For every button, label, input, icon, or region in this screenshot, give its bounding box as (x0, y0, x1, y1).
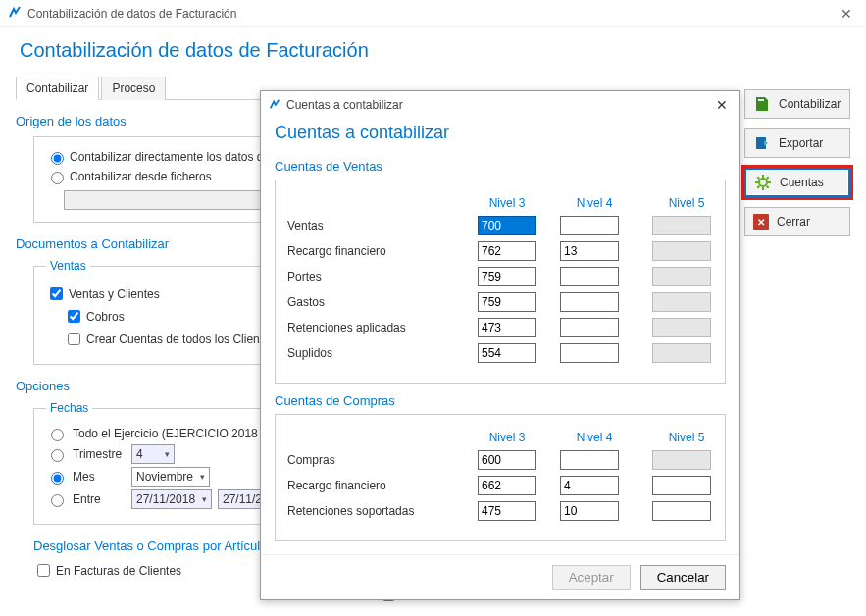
gear-icon (754, 174, 772, 191)
ventas-n5-input (652, 216, 711, 235)
compras-row: Compras (287, 450, 713, 470)
ventas-n5-input (652, 343, 711, 363)
ventas-n3-input[interactable] (478, 318, 536, 337)
side-btn-exportar-label: Exportar (779, 136, 823, 150)
compras-n4-input[interactable] (560, 476, 619, 495)
grid-ventas: Nivel 3 Nivel 4 Nivel 5 VentasRecargo fi… (275, 180, 726, 384)
check-ventas-clientes[interactable] (50, 287, 63, 300)
radio-mes[interactable] (51, 472, 64, 485)
window-title: Contabilización de datos de Facturación (27, 7, 835, 21)
close-icon: ✕ (753, 214, 769, 230)
tab-proceso[interactable]: Proceso (101, 77, 166, 100)
modal-close-icon[interactable]: ✕ (712, 97, 732, 113)
side-btn-exportar[interactable]: Exportar (744, 128, 850, 158)
radio-trimestre[interactable] (51, 449, 64, 462)
book-icon (753, 95, 771, 113)
select-mes-value: Noviembre (136, 470, 193, 484)
compras-n3-input[interactable] (478, 450, 536, 470)
radio-mes-label: Mes (73, 470, 126, 484)
modal-footer: Aceptar Cancelar (261, 554, 739, 599)
ventas-n3-input[interactable] (478, 267, 536, 286)
window-titlebar: Contabilización de datos de Facturación … (0, 0, 866, 27)
chevron-down-icon: ▾ (165, 449, 170, 459)
chevron-down-icon: ▾ (202, 494, 207, 504)
compras-n4-input[interactable] (560, 450, 619, 470)
radio-entre[interactable] (51, 494, 64, 507)
compras-n5-input[interactable] (652, 501, 711, 521)
ventas-n5-input (652, 318, 711, 337)
grid-compras-header: Nivel 3 Nivel 4 Nivel 5 (287, 431, 713, 444)
modal-title: Cuentas a contabilizar (286, 98, 712, 112)
ventas-n3-input[interactable] (478, 216, 536, 235)
ventas-n4-input[interactable] (560, 216, 619, 235)
modal-aceptar-button[interactable]: Aceptar (552, 565, 631, 590)
radio-origen-ficheros-label: Contabilizar desde ficheros (70, 170, 212, 183)
ventas-n4-input[interactable] (560, 343, 619, 363)
ventas-row-label: Gastos (287, 295, 454, 309)
ventas-n4-input[interactable] (560, 318, 619, 337)
ventas-n4-input[interactable] (560, 267, 619, 286)
check-en-facturas-clientes-label: En Facturas de Clientes (56, 564, 181, 578)
ventas-n5-input (652, 241, 711, 261)
date-from-value: 27/11/2018 (136, 492, 195, 506)
check-en-facturas-clientes[interactable] (37, 564, 50, 577)
side-btn-cerrar-label: Cerrar (777, 215, 810, 229)
check-crear-cuentas[interactable] (68, 333, 80, 345)
compras-row: Retenciones soportadas (287, 501, 713, 521)
tab-contabilizar[interactable]: Contabilizar (16, 77, 99, 100)
export-icon (753, 134, 771, 152)
ventas-n3-input[interactable] (478, 241, 536, 261)
ventas-row: Ventas (287, 216, 713, 235)
ventas-n5-input (652, 292, 711, 312)
ventas-row-label: Recargo financiero (287, 244, 454, 258)
select-mes[interactable]: Noviembre ▾ (131, 467, 210, 487)
ventas-n4-input[interactable] (560, 292, 619, 312)
ventas-row: Portes (287, 267, 713, 286)
window-close-icon[interactable]: ✕ (835, 6, 858, 22)
modal-section-ventas: Cuentas de Ventas (275, 159, 726, 174)
col-nivel3: Nivel 3 (478, 196, 536, 210)
radio-origen-directo-label: Contabilizar directamente los datos de C (70, 150, 281, 164)
compras-row-label: Compras (287, 453, 454, 467)
side-btn-cerrar[interactable]: ✕ Cerrar (744, 207, 850, 236)
ventas-n3-input[interactable] (478, 292, 536, 312)
select-trimestre[interactable]: 4 ▾ (131, 444, 175, 464)
ventas-row-label: Portes (287, 270, 454, 283)
modal-section-compras: Cuentas de Compras (275, 393, 726, 408)
radio-todo-ejercicio-label: Todo el Ejercicio (EJERCICIO 2018 NO S (73, 427, 289, 440)
main-window: Contabilización de datos de Facturación … (0, 0, 866, 616)
side-btn-contabilizar[interactable]: Contabilizar (744, 89, 850, 119)
compras-row-label: Retenciones soportadas (287, 504, 454, 518)
col-nivel5: Nivel 5 (652, 431, 721, 444)
modal-cancelar-button[interactable]: Cancelar (640, 565, 726, 590)
compras-n4-input[interactable] (560, 501, 619, 521)
radio-origen-ficheros[interactable] (51, 172, 64, 184)
check-ventas-clientes-label: Ventas y Clientes (69, 287, 160, 301)
compras-n5-input[interactable] (652, 476, 711, 495)
compras-n3-input[interactable] (478, 501, 536, 521)
compras-n5-input (652, 450, 711, 470)
opciones-legend: Fechas (46, 401, 92, 415)
side-btn-cuentas-label: Cuentas (780, 176, 824, 189)
ventas-n3-input[interactable] (478, 343, 536, 363)
check-cobros-label: Cobros (86, 310, 125, 324)
col-nivel5: Nivel 5 (652, 196, 721, 210)
side-btn-contabilizar-label: Contabilizar (779, 97, 841, 111)
modal-heading: Cuentas a contabilizar (261, 119, 739, 151)
col-nivel4: Nivel 4 (560, 431, 629, 444)
chevron-down-icon: ▾ (200, 472, 205, 482)
ventas-n4-input[interactable] (560, 241, 619, 261)
grid-ventas-header: Nivel 3 Nivel 4 Nivel 5 (287, 196, 713, 210)
ventas-row: Recargo financiero (287, 241, 713, 261)
check-cobros[interactable] (68, 310, 80, 323)
docs-legend: Ventas (46, 259, 90, 273)
radio-origen-directo[interactable] (51, 152, 64, 165)
date-from-input[interactable]: 27/11/2018 ▾ (131, 489, 212, 509)
select-trimestre-value: 4 (136, 447, 143, 461)
side-btn-cuentas[interactable]: Cuentas (744, 168, 850, 197)
check-crear-cuentas-label: Crear Cuentas de todos los Clientes (86, 333, 276, 346)
ventas-row-label: Ventas (287, 219, 454, 232)
radio-todo-ejercicio[interactable] (51, 429, 64, 441)
compras-n3-input[interactable] (478, 476, 536, 495)
col-nivel4: Nivel 4 (560, 196, 629, 210)
